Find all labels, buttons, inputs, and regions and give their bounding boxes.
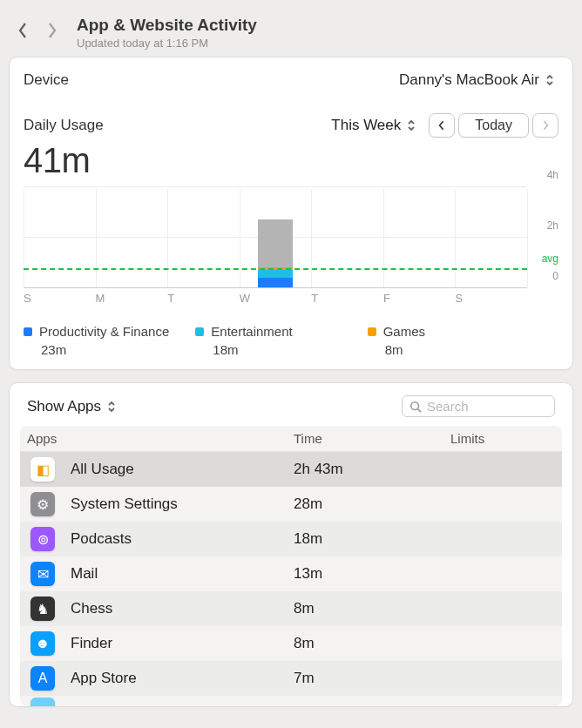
app-icon: ⊚ xyxy=(30,527,55,551)
usage-chart: 02h4havg xyxy=(24,187,558,288)
legend-name: Games xyxy=(383,324,425,339)
app-name: All Usage xyxy=(71,461,294,478)
x-tick: S xyxy=(455,292,527,305)
back-button[interactable] xyxy=(17,22,31,44)
search-icon xyxy=(409,401,422,413)
app-time: 8m xyxy=(294,600,450,617)
period-selected: This Week xyxy=(331,117,401,134)
table-row[interactable]: ⊚Podcasts18m xyxy=(20,522,562,556)
nav-arrows xyxy=(16,22,68,44)
search-input[interactable] xyxy=(427,399,582,414)
title-text: App & Website Activity Updated today at … xyxy=(77,16,257,50)
prev-period-button[interactable] xyxy=(429,113,455,138)
legend-item[interactable]: Entertainment18m xyxy=(195,324,355,357)
legend-name: Productivity & Finance xyxy=(39,324,169,339)
table-row[interactable]: ✉Mail13m xyxy=(20,556,562,591)
legend-swatch xyxy=(195,327,204,336)
chart-bar[interactable] xyxy=(258,219,293,287)
app-icon: ✉ xyxy=(30,562,55,586)
table-row[interactable]: ♞Chess8m xyxy=(20,591,562,626)
usage-total: 41m xyxy=(24,141,558,180)
app-time: 8m xyxy=(294,635,450,652)
chart-legend: Productivity & Finance23mEntertainment18… xyxy=(24,324,558,357)
period-popup[interactable]: This Week xyxy=(331,117,420,134)
page-subtitle: Updated today at 1:16 PM xyxy=(77,37,257,50)
y-tick: 4h xyxy=(547,169,558,181)
show-apps-popup[interactable]: Show Apps xyxy=(27,398,120,415)
app-name: App Store xyxy=(71,670,294,687)
col-time[interactable]: Time xyxy=(294,431,450,446)
y-tick: 0 xyxy=(552,270,558,282)
avg-label: avg xyxy=(542,253,558,265)
app-time: 18m xyxy=(294,530,450,548)
app-icon: ◧ xyxy=(30,457,55,482)
app-name: Mail xyxy=(71,565,294,583)
app-name: Chess xyxy=(71,600,294,617)
legend-swatch xyxy=(24,327,32,336)
date-nav: Today xyxy=(429,113,558,138)
titlebar: App & Website Activity Updated today at … xyxy=(9,0,573,57)
search-field[interactable] xyxy=(402,395,555,417)
app-time: 28m xyxy=(294,495,450,513)
apps-table: Apps Time Limits ◧All Usage2h 43m⚙System… xyxy=(20,426,562,706)
x-tick: T xyxy=(167,292,240,305)
col-apps[interactable]: Apps xyxy=(27,431,294,446)
legend-value: 18m xyxy=(213,342,355,357)
usage-header: Daily Usage This Week Today xyxy=(24,113,558,138)
device-popup[interactable]: Danny's MacBook Air xyxy=(399,70,558,91)
period-controls: This Week Today xyxy=(331,113,558,138)
legend-value: 23m xyxy=(41,342,183,357)
col-limits[interactable]: Limits xyxy=(450,431,555,446)
today-button[interactable]: Today xyxy=(458,113,529,138)
apps-top: Show Apps xyxy=(20,394,562,426)
svg-point-0 xyxy=(411,401,419,409)
usage-card: Device Danny's MacBook Air Daily Usage T… xyxy=(9,57,573,370)
x-tick: S xyxy=(24,292,96,305)
next-period-button[interactable] xyxy=(532,113,558,138)
x-tick: W xyxy=(240,292,312,305)
show-apps-label: Show Apps xyxy=(27,398,101,415)
device-label: Device xyxy=(24,71,69,89)
x-tick: M xyxy=(96,292,168,305)
app-name: System Settings xyxy=(71,495,294,513)
page-title: App & Website Activity xyxy=(77,16,257,35)
device-selected: Danny's MacBook Air xyxy=(399,71,539,89)
legend-value: 8m xyxy=(385,342,527,357)
updown-icon xyxy=(545,73,558,87)
app-time: 2h 43m xyxy=(294,461,450,478)
chart-xaxis: SMTWTFS xyxy=(24,292,558,305)
forward-button[interactable] xyxy=(47,22,61,44)
updown-icon xyxy=(406,118,420,132)
table-row[interactable]: ◧All Usage2h 43m xyxy=(20,452,562,487)
svg-line-1 xyxy=(418,408,422,412)
legend-name: Entertainment xyxy=(211,324,292,339)
app-icon: ☻ xyxy=(30,631,55,656)
table-row[interactable] xyxy=(20,696,562,706)
legend-item[interactable]: Games8m xyxy=(368,324,527,357)
app-icon: ♞ xyxy=(30,597,55,621)
screen-time-pane: App & Website Activity Updated today at … xyxy=(0,0,582,728)
x-tick: T xyxy=(311,292,383,305)
usage-label: Daily Usage xyxy=(24,117,104,134)
y-tick: 2h xyxy=(547,219,558,232)
app-name: Finder xyxy=(71,635,294,652)
updown-icon xyxy=(106,400,120,414)
app-time: 7m xyxy=(294,670,450,687)
table-row[interactable]: ☻Finder8m xyxy=(20,626,562,661)
x-tick: F xyxy=(383,292,456,305)
legend-swatch xyxy=(368,327,376,336)
table-row[interactable]: ⚙System Settings28m xyxy=(20,487,562,522)
apps-table-header: Apps Time Limits xyxy=(20,426,562,452)
app-icon: ⚙ xyxy=(30,492,55,516)
app-name: Podcasts xyxy=(71,530,294,548)
app-time: 13m xyxy=(294,565,450,583)
app-icon: A xyxy=(30,666,55,691)
table-row[interactable]: AApp Store7m xyxy=(20,661,562,696)
app-icon xyxy=(30,698,55,706)
device-row: Device Danny's MacBook Air xyxy=(24,70,558,91)
legend-item[interactable]: Productivity & Finance23m xyxy=(24,324,183,357)
apps-card: Show Apps Apps Time Li xyxy=(9,382,573,707)
